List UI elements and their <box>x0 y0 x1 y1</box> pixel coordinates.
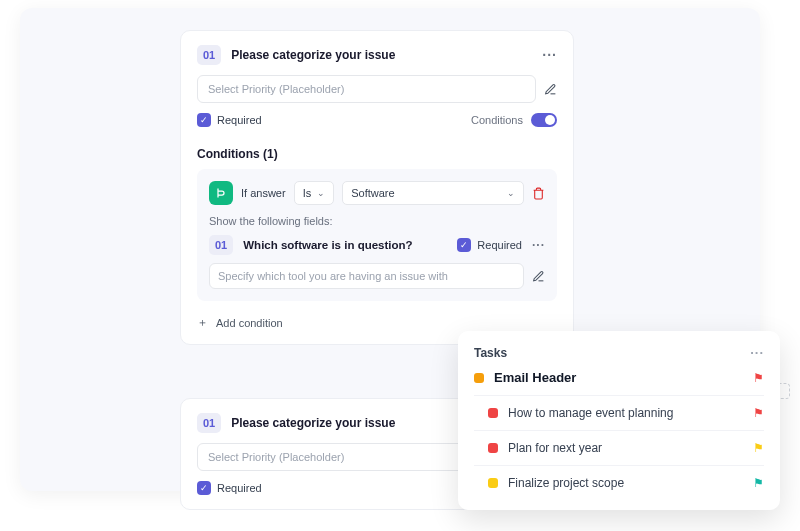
check-icon: ✓ <box>197 113 211 127</box>
question-number-badge: 01 <box>197 45 221 65</box>
condition-block: If answer Is ⌄ Software ⌄ Show the follo… <box>197 169 557 301</box>
trash-icon[interactable] <box>532 187 545 200</box>
condition-icon <box>209 181 233 205</box>
check-icon: ✓ <box>457 238 471 252</box>
operator-select[interactable]: Is ⌄ <box>294 181 335 205</box>
tasks-title: Tasks <box>474 346 507 360</box>
chevron-down-icon: ⌄ <box>317 188 325 198</box>
chevron-down-icon: ⌄ <box>507 188 515 198</box>
task-status-square <box>488 443 498 453</box>
task-row[interactable]: Email Header⚑ <box>474 360 764 395</box>
tasks-panel: Tasks ··· Email Header⚑How to manage eve… <box>458 331 780 510</box>
condition-value: Software <box>351 187 394 199</box>
if-answer-label: If answer <box>241 187 286 199</box>
sub-required-label: Required <box>477 239 522 251</box>
form-card-1: 01 Please categorize your issue ··· Sele… <box>180 30 574 345</box>
task-row[interactable]: Finalize project scope⚑ <box>474 465 764 500</box>
sub-required-checkbox-row[interactable]: ✓ Required <box>457 238 522 252</box>
flag-icon[interactable]: ⚑ <box>753 371 764 385</box>
required-label: Required <box>217 482 262 494</box>
sub-question-row: 01 Which software is in question? ✓ Requ… <box>209 235 545 255</box>
more-icon[interactable]: ··· <box>542 47 557 63</box>
show-fields-label: Show the following fields: <box>209 215 545 227</box>
flag-icon[interactable]: ⚑ <box>753 406 764 420</box>
condition-value-select[interactable]: Software ⌄ <box>342 181 524 205</box>
flag-icon[interactable]: ⚑ <box>753 476 764 490</box>
sub-question-input[interactable]: Specify which tool you are having an iss… <box>209 263 524 289</box>
question-title: Please categorize your issue <box>231 48 532 62</box>
task-row[interactable]: Plan for next year⚑ <box>474 430 764 465</box>
conditions-toggle-row: Conditions <box>471 113 557 127</box>
task-label: Email Header <box>494 370 743 385</box>
conditions-section-title: Conditions (1) <box>197 147 557 161</box>
conditions-label: Conditions <box>471 114 523 126</box>
task-label: How to manage event planning <box>508 406 743 420</box>
add-condition-label: Add condition <box>216 317 283 329</box>
task-label: Plan for next year <box>508 441 743 455</box>
required-checkbox-row[interactable]: ✓ Required <box>197 481 262 495</box>
task-status-square <box>488 478 498 488</box>
flag-icon[interactable]: ⚑ <box>753 441 764 455</box>
priority-select[interactable]: Select Priority (Placeholder) <box>197 75 536 103</box>
pencil-icon[interactable] <box>532 270 545 283</box>
required-label: Required <box>217 114 262 126</box>
sub-question-number-badge: 01 <box>209 235 233 255</box>
more-icon[interactable]: ··· <box>750 345 764 360</box>
tasks-header: Tasks ··· <box>474 345 764 360</box>
task-status-square <box>474 373 484 383</box>
condition-rule-row: If answer Is ⌄ Software ⌄ <box>209 181 545 205</box>
required-checkbox-row[interactable]: ✓ Required <box>197 113 262 127</box>
question-number-badge: 01 <box>197 413 221 433</box>
priority-select-row: Select Priority (Placeholder) <box>197 75 557 103</box>
check-icon: ✓ <box>197 481 211 495</box>
plus-icon: ＋ <box>197 315 208 330</box>
question-header: 01 Please categorize your issue ··· <box>197 45 557 65</box>
task-list: Email Header⚑How to manage event plannin… <box>474 360 764 500</box>
sub-question-input-row: Specify which tool you are having an iss… <box>209 263 545 289</box>
task-status-square <box>488 408 498 418</box>
pencil-icon[interactable] <box>544 83 557 96</box>
task-label: Finalize project scope <box>508 476 743 490</box>
conditions-toggle[interactable] <box>531 113 557 127</box>
operator-value: Is <box>303 187 312 199</box>
options-row: ✓ Required Conditions <box>197 113 557 127</box>
more-icon[interactable]: ··· <box>532 238 545 252</box>
task-row[interactable]: How to manage event planning⚑ <box>474 395 764 430</box>
add-condition-button[interactable]: ＋ Add condition <box>197 315 557 330</box>
sub-question-title: Which software is in question? <box>243 239 447 251</box>
